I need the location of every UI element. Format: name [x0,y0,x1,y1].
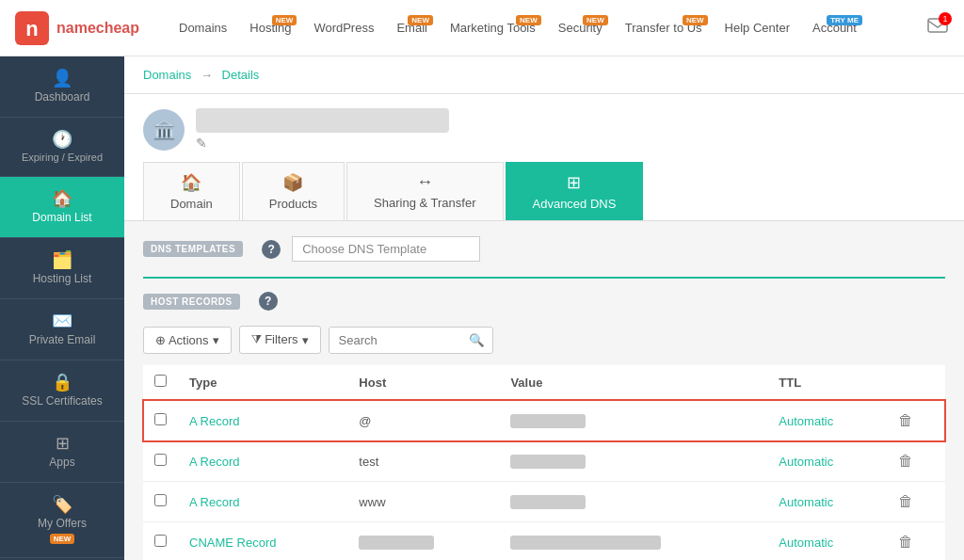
tab-advanced-dns[interactable]: ⊞ Advanced DNS [506,162,644,220]
row-checkbox[interactable] [154,413,167,425]
dns-records-table: Type Host Value TTL A Record [143,365,945,560]
row-checkbox-col [143,441,178,482]
blurred-value: ██████ [510,455,586,469]
delete-icon[interactable]: 🗑 [898,412,913,428]
select-all-checkbox[interactable] [154,375,167,387]
ssl-icon: 🔒 [52,374,72,391]
record-ttl-link[interactable]: Automatic [779,495,833,509]
tab-sharing-transfer[interactable]: ↔️ Sharing & Transfer [346,162,503,220]
row-checkbox[interactable] [154,494,167,506]
search-button[interactable]: 🔍 [461,328,492,353]
table-row: A Record @ ██████ Automatic 🗑 [143,400,945,441]
domain-list-icon: 🏠 [52,190,72,207]
tab-domain-label: Domain [170,197,213,211]
domain-icon: 🏛️ [143,109,185,151]
top-navigation: n namecheap Domains NEW Hosting WordPres… [0,0,964,56]
dashboard-icon: 👤 [52,70,72,87]
record-type-link[interactable]: A Record [189,455,239,469]
nav-account[interactable]: TRY ME Account [803,13,866,42]
main-content: Domains → Details 🏛️ XXXXXXXXXXXXXXXX.co… [124,56,964,560]
row-type: A Record [178,441,347,482]
notification-icon[interactable]: 1 [926,15,949,40]
nav-marketing-tools[interactable]: NEW Marketing Tools [441,13,545,42]
delete-icon[interactable]: 🗑 [898,493,913,509]
tab-domain[interactable]: 🏠 Domain [143,162,240,220]
sharing-tab-icon: ↔️ [416,172,433,192]
actions-button[interactable]: ⊕ Actions ▾ [143,327,232,354]
breadcrumb-domains[interactable]: Domains [143,68,191,82]
search-input[interactable] [329,328,461,353]
my-offers-badge: NEW [50,534,75,544]
row-checkbox-col [143,522,178,561]
nav-hosting[interactable]: NEW Hosting [240,13,300,42]
nav-transfer[interactable]: NEW Transfer to Us [616,13,712,42]
nav-domains[interactable]: Domains [169,13,236,42]
sidebar-item-expiring[interactable]: 🕐 Expiring / Expired [0,118,124,177]
host-records-label: HOST RECORDS [143,294,240,310]
products-tab-icon: 📦 [282,172,303,193]
nav-wordpress[interactable]: WordPress [304,13,383,42]
row-checkbox[interactable] [154,454,167,466]
email-badge: NEW [408,15,433,25]
private-email-icon: ✉️ [52,312,72,329]
logo[interactable]: n namecheap [15,11,147,45]
sidebar-item-private-email[interactable]: ✉️ Private Email [0,299,124,360]
filters-chevron: ▾ [302,333,309,347]
notification-badge: 1 [939,12,952,25]
nav-security[interactable]: NEW Security [549,13,612,42]
host-records-help-icon[interactable]: ? [259,292,278,311]
delete-icon[interactable]: 🗑 [898,534,913,550]
row-value: █████████████ [499,522,767,561]
row-ttl: Automatic [767,482,887,522]
dns-templates-help-icon[interactable]: ? [262,240,281,259]
domain-edit-icon[interactable]: ✎ [196,136,207,151]
breadcrumb-details[interactable]: Details [222,68,260,82]
table-controls: ⊕ Actions ▾ ⧩ Filters ▾ 🔍 [143,326,945,354]
sidebar-label-expiring: Expiring / Expired [22,152,103,163]
sidebar-item-dashboard[interactable]: 👤 Dashboard [0,56,124,118]
nav-help[interactable]: Help Center [715,13,799,42]
record-type-link[interactable]: A Record [189,495,239,509]
row-host: test [347,441,499,482]
sidebar-item-hosting-list[interactable]: 🗂️ Hosting List [0,238,124,299]
tab-products[interactable]: 📦 Products [242,162,345,220]
sidebar-label-my-offers: My Offers [38,517,87,530]
row-value: ██████ [499,400,767,441]
sidebar-item-domain-list[interactable]: 🏠 Domain List [0,177,124,238]
blurred-value: ██████ [510,495,586,509]
breadcrumb-arrow: → [201,68,213,82]
sidebar-label-hosting-list: Hosting List [33,272,92,285]
nav-email[interactable]: NEW Email [387,13,437,42]
row-delete: 🗑 [887,441,945,482]
col-host: Host [347,365,499,400]
account-badge: TRY ME [827,15,862,25]
table-row: A Record test ██████ Automatic 🗑 [143,441,945,482]
domain-header: 🏛️ XXXXXXXXXXXXXXXX.com ✎ 🏠 Domain 📦 Pro… [124,94,964,221]
dns-template-select[interactable]: Choose DNS Template [292,236,480,262]
row-ttl: Automatic [767,400,887,441]
record-type-link[interactable]: A Record [189,414,239,428]
sidebar-label-apps: Apps [49,456,74,469]
dns-template-select-wrapper: Choose DNS Template [292,236,480,262]
sidebar-item-my-offers[interactable]: 🏷️ My Offers NEW [0,483,124,558]
filters-button[interactable]: ⧩ Filters ▾ [239,326,321,354]
sidebar: 👤 Dashboard 🕐 Expiring / Expired 🏠 Domai… [0,56,124,560]
record-ttl-link[interactable]: Automatic [779,414,833,428]
sidebar-item-ssl[interactable]: 🔒 SSL Certificates [0,360,124,422]
sidebar-item-apps[interactable]: ⊞ Apps [0,422,124,483]
expiring-icon: 🕐 [52,131,72,148]
domain-tab-icon: 🏠 [181,172,201,193]
row-delete: 🗑 [887,400,945,441]
row-type: A Record [178,482,347,522]
record-type-link[interactable]: CNAME Record [189,536,276,550]
row-host: @ [347,400,499,441]
row-checkbox[interactable] [154,535,167,547]
domain-tabs: 🏠 Domain 📦 Products ↔️ Sharing & Transfe… [143,162,945,220]
blurred-value-long: █████████████ [510,536,661,550]
breadcrumb: Domains → Details [124,56,964,94]
record-ttl-link[interactable]: Automatic [779,536,833,550]
logo-text: namecheap [56,20,139,37]
record-ttl-link[interactable]: Automatic [779,455,833,469]
delete-icon[interactable]: 🗑 [898,453,913,469]
dns-templates-row: DNS TEMPLATES ? Choose DNS Template [143,236,945,262]
